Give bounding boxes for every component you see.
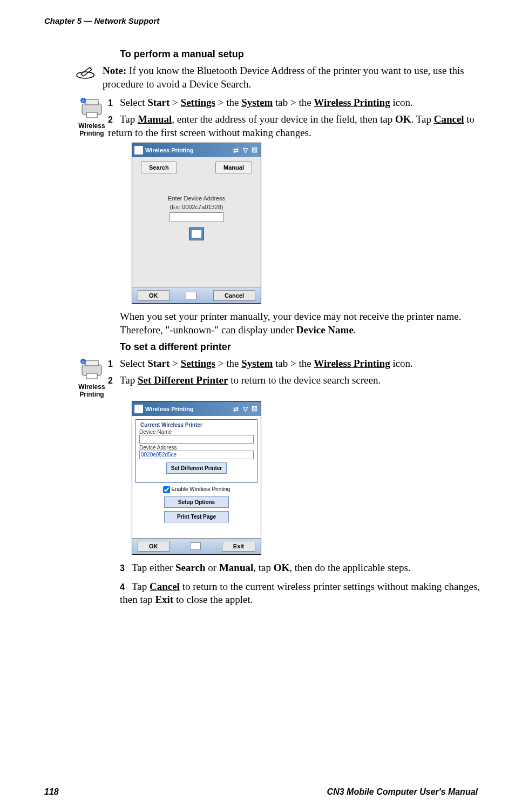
chapter-title: Chapter 5 — Network Support [44,16,159,25]
heading-different-printer: To set a different printer [120,341,480,353]
ok-button-2[interactable]: OK [138,541,170,552]
svg-rect-3 [86,112,97,118]
s2-step-2-number: 2 [108,376,118,386]
s2-step-3-number: 3 [120,563,130,573]
s2-step-1-number: 1 [108,359,118,369]
wireless-printing-app-icon: Wireless Printing [76,96,108,137]
s2-step-1-text: Select Start > Settings > the System tab… [120,358,413,369]
svg-rect-2 [85,99,98,105]
manual-button[interactable]: Manual [215,162,252,173]
status-icons: ⇄ ▽ ☒ [233,146,259,154]
keyboard-icon[interactable] [189,227,204,240]
cancel-button[interactable]: Cancel [213,290,255,301]
page-footer: 118 CN3 Mobile Computer User's Manual [44,787,478,797]
exit-button[interactable]: Exit [222,541,255,552]
note-row: Note: If you know the Bluetooth Device A… [76,64,480,91]
printer-icon-label-2: Wireless Printing [76,383,108,398]
device-name-field[interactable] [139,435,254,444]
screenshot-titlebar: Wireless Printing ⇄ ▽ ☒ [132,143,261,157]
svg-point-4 [80,98,86,103]
screenshot-body: Search Manual Enter Device Address (Ex: … [132,157,261,287]
main-content: To perform a manual setup Note: If you k… [76,49,480,607]
set-different-printer-button[interactable]: Set Different Printer [166,462,227,474]
device-address-input[interactable] [170,212,223,222]
enter-address-label-2: (Ex: 0002c7a01328) [137,204,256,210]
screenshot2-titlebar: Wireless Printing ⇄ ▽ ☒ [132,402,261,416]
note-body: If you know the Bluetooth Device Address… [103,65,464,90]
steps-col: 1 Select Start > Settings > the System t… [108,96,480,139]
device-address-field[interactable]: 0020e052d5ce [139,451,254,459]
step-1-number: 1 [108,98,118,108]
device-name-label: Device Name [139,429,254,435]
note-text: Note: If you know the Bluetooth Device A… [97,64,480,91]
section2-step-row: Wireless Printing 1 Select Start > Setti… [76,357,480,398]
screenshot2-body: Current Wireless Printer Device Name Dev… [132,416,261,538]
device-address-label: Device Address [139,445,254,451]
screenshot2-title: Wireless Printing [145,406,194,412]
svg-rect-7 [86,373,97,379]
step-1-row: Wireless Printing 1 Select Start > Setti… [76,96,480,139]
s2-step-3-text: Tap either Search or Manual, tap OK, the… [132,562,411,573]
start-flag-icon[interactable] [134,146,143,155]
printer-icon-label: Wireless Printing [76,122,108,137]
screenshot-title: Wireless Printing [145,147,194,153]
print-test-page-button[interactable]: Print Test Page [164,511,229,522]
screenshot-manual-setup: Wireless Printing ⇄ ▽ ☒ Search Manual En… [132,143,261,304]
step-2-text: Tap Manual, enter the address of your de… [108,113,474,138]
enable-label: Enable Wireless Printing [171,486,230,492]
page-header: Chapter 5 — Network Support [44,16,159,25]
note-pencil-icon [76,64,97,82]
step-1-text: Select Start > Settings > the System tab… [120,97,413,108]
sip-keyboard-icon-2[interactable] [190,542,201,550]
start-flag-icon-2[interactable] [134,405,143,413]
enable-wireless-printing-check[interactable]: Enable Wireless Printing [135,486,257,493]
screenshot2-bottom-bar: OK Exit [132,538,261,554]
note-bold: Note: [103,65,126,76]
current-printer-groupbox: Current Wireless Printer Device Name Dev… [135,419,257,483]
after-screenshot-text: When you set your printer manually, your… [120,310,480,337]
s2-step-4-number: 4 [120,582,130,592]
manual-title: CN3 Mobile Computer User's Manual [327,787,478,797]
svg-point-0 [77,72,94,78]
sip-keyboard-icon[interactable] [186,292,196,299]
page-number: 118 [44,787,59,797]
screenshot-current-printer: Wireless Printing ⇄ ▽ ☒ Current Wireless… [132,401,261,555]
s2-step-4-text: Tap Cancel to return to the current wire… [120,581,480,606]
section2-steps-col: 1 Select Start > Settings > the System t… [108,357,480,387]
s2-step-2-text: Tap Set Different Printer to return to t… [120,374,381,386]
svg-point-8 [80,359,86,364]
heading-manual-setup: To perform a manual setup [120,49,480,60]
enter-address-label-1: Enter Device Address [137,195,256,202]
svg-rect-6 [85,360,98,366]
status-icons-2: ⇄ ▽ ☒ [233,405,259,413]
groupbox-title: Current Wireless Printer [139,422,204,428]
ok-button[interactable]: OK [138,290,170,301]
setup-options-button[interactable]: Setup Options [164,496,229,508]
screenshot-bottom-bar: OK Cancel [132,287,261,303]
enable-checkbox[interactable] [163,486,170,493]
step-2-number: 2 [108,115,118,125]
search-button[interactable]: Search [141,162,177,173]
wireless-printing-app-icon-2: Wireless Printing [76,357,108,398]
